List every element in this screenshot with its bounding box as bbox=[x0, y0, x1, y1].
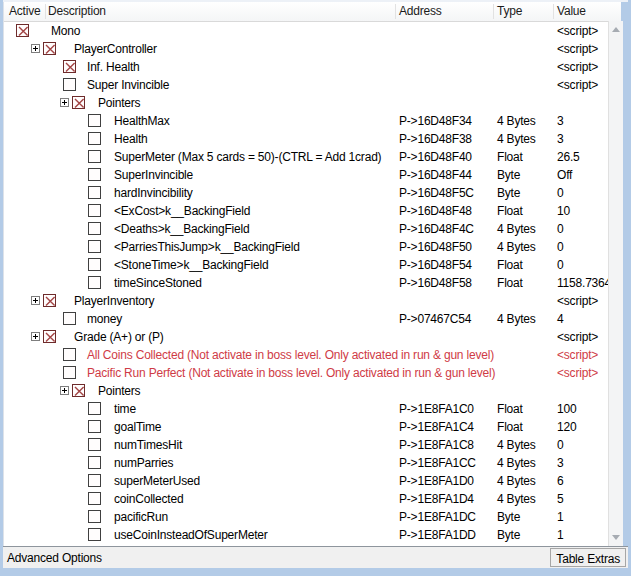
column-header-address[interactable]: Address bbox=[399, 4, 442, 18]
active-checkbox[interactable] bbox=[88, 492, 101, 505]
active-checkbox[interactable] bbox=[43, 330, 56, 343]
column-header-active[interactable]: Active bbox=[9, 4, 40, 18]
active-checkbox[interactable] bbox=[63, 348, 76, 361]
row-description: <StoneTime>k__BackingField bbox=[114, 258, 268, 272]
table-row[interactable]: hardInvincibilityP->16D48F5CByte0 bbox=[4, 184, 608, 202]
active-checkbox[interactable] bbox=[63, 312, 76, 325]
vertical-scrollbar[interactable] bbox=[608, 21, 623, 546]
table-row[interactable]: SuperMeter (Max 5 cards = 50)-(CTRL = Ad… bbox=[4, 148, 608, 166]
triangle-up-icon bbox=[612, 27, 620, 32]
active-checkbox[interactable] bbox=[88, 114, 101, 127]
active-checkbox[interactable] bbox=[88, 528, 101, 541]
table-row[interactable]: <ParriesThisJump>k__BackingFieldP->16D48… bbox=[4, 238, 608, 256]
cheat-table-list: Active Description Address Type Value Mo… bbox=[3, 2, 621, 546]
row-value: 1 bbox=[557, 528, 563, 542]
active-checkbox[interactable] bbox=[88, 474, 101, 487]
row-address: P->1E8FA1D4 bbox=[399, 492, 474, 506]
active-checkbox[interactable] bbox=[88, 438, 101, 451]
table-row[interactable]: Pointers bbox=[4, 382, 608, 400]
table-row[interactable]: coinCollectedP->1E8FA1D44 Bytes5 bbox=[4, 490, 608, 508]
row-type: 4 Bytes bbox=[497, 456, 536, 470]
x-mark-icon bbox=[44, 43, 57, 56]
table-row[interactable]: Super Invincible<script> bbox=[4, 76, 608, 94]
column-header-description[interactable]: Description bbox=[48, 4, 106, 18]
active-checkbox[interactable] bbox=[16, 24, 29, 37]
active-checkbox[interactable] bbox=[43, 294, 56, 307]
active-checkbox[interactable] bbox=[43, 42, 56, 55]
table-row[interactable]: numTimesHitP->1E8FA1C84 Bytes0 bbox=[4, 436, 608, 454]
row-description: <Deaths>k__BackingField bbox=[114, 222, 250, 236]
table-row[interactable]: useCoinInsteadOfSuperMeterP->1E8FA1DDByt… bbox=[4, 526, 608, 544]
scroll-down-button[interactable] bbox=[609, 530, 623, 546]
expand-icon[interactable] bbox=[60, 98, 69, 107]
active-checkbox[interactable] bbox=[88, 132, 101, 145]
active-checkbox[interactable] bbox=[88, 222, 101, 235]
active-checkbox[interactable] bbox=[72, 96, 85, 109]
active-checkbox[interactable] bbox=[88, 258, 101, 271]
row-type: 4 Bytes bbox=[497, 474, 536, 488]
advanced-options-button[interactable]: Advanced Options bbox=[7, 551, 102, 565]
active-checkbox[interactable] bbox=[88, 402, 101, 415]
row-value: Off bbox=[557, 168, 572, 182]
table-row[interactable]: timeP->1E8FA1C0Float100 bbox=[4, 400, 608, 418]
active-checkbox[interactable] bbox=[72, 384, 85, 397]
table-row[interactable]: <StoneTime>k__BackingFieldP->16D48F54Flo… bbox=[4, 256, 608, 274]
active-checkbox[interactable] bbox=[63, 366, 76, 379]
table-row[interactable]: PlayerController<script> bbox=[4, 40, 608, 58]
active-checkbox[interactable] bbox=[88, 510, 101, 523]
active-checkbox[interactable] bbox=[88, 150, 101, 163]
row-value: 120 bbox=[557, 420, 576, 434]
table-row[interactable]: PlayerInventory<script> bbox=[4, 292, 608, 310]
row-address: P->07467C54 bbox=[399, 312, 471, 326]
row-description: <ParriesThisJump>k__BackingField bbox=[114, 240, 300, 254]
table-row[interactable]: HealthP->16D48F384 Bytes3 bbox=[4, 130, 608, 148]
active-checkbox[interactable] bbox=[88, 240, 101, 253]
column-header-value[interactable]: Value bbox=[557, 4, 586, 18]
table-column-headers: Active Description Address Type Value bbox=[4, 2, 621, 22]
row-address: P->1E8FA1D0 bbox=[399, 474, 474, 488]
table-row[interactable]: goalTimeP->1E8FA1C4Float120 bbox=[4, 418, 608, 436]
active-checkbox[interactable] bbox=[63, 78, 76, 91]
active-checkbox[interactable] bbox=[88, 276, 101, 289]
active-checkbox[interactable] bbox=[88, 168, 101, 181]
row-type: 4 Bytes bbox=[497, 240, 536, 254]
table-row[interactable]: All Coins Collected (Not activate in bos… bbox=[4, 346, 608, 364]
table-row[interactable]: Grade (A+) or (P)<script> bbox=[4, 328, 608, 346]
table-row[interactable]: timeSinceStonedP->16D48F58Float1158.7364 bbox=[4, 274, 608, 292]
active-checkbox[interactable] bbox=[88, 420, 101, 433]
column-separator bbox=[45, 4, 46, 19]
row-description: money bbox=[87, 312, 122, 326]
table-row[interactable]: <Deaths>k__BackingFieldP->16D48F4C4 Byte… bbox=[4, 220, 608, 238]
table-extras-button[interactable]: Table Extras bbox=[550, 548, 626, 567]
table-row[interactable]: superMeterUsedP->1E8FA1D04 Bytes6 bbox=[4, 472, 608, 490]
active-checkbox[interactable] bbox=[88, 456, 101, 469]
row-value: <script> bbox=[557, 366, 598, 380]
expand-icon[interactable] bbox=[31, 332, 40, 341]
row-value: 26.5 bbox=[557, 150, 580, 164]
row-type: Byte bbox=[497, 510, 520, 524]
expand-icon[interactable] bbox=[31, 296, 40, 305]
column-header-type[interactable]: Type bbox=[497, 4, 522, 18]
active-checkbox[interactable] bbox=[88, 186, 101, 199]
row-description: hardInvincibility bbox=[114, 186, 193, 200]
scroll-up-button[interactable] bbox=[609, 21, 623, 37]
active-checkbox[interactable] bbox=[63, 60, 76, 73]
table-row[interactable]: Pacific Run Perfect (Not activate in bos… bbox=[4, 364, 608, 382]
table-rows: Mono<script>PlayerController<script>Inf.… bbox=[4, 21, 608, 546]
table-row[interactable]: Mono<script> bbox=[4, 22, 608, 40]
expand-icon[interactable] bbox=[60, 386, 69, 395]
active-checkbox[interactable] bbox=[88, 204, 101, 217]
expand-icon[interactable] bbox=[31, 44, 40, 53]
table-row[interactable]: <ExCost>k__BackingFieldP->16D48F48Float1… bbox=[4, 202, 608, 220]
row-address: P->16D48F48 bbox=[399, 204, 472, 218]
row-address: P->16D48F38 bbox=[399, 132, 472, 146]
table-row[interactable]: HealthMaxP->16D48F344 Bytes3 bbox=[4, 112, 608, 130]
table-row[interactable]: pacificRunP->1E8FA1DCByte1 bbox=[4, 508, 608, 526]
table-row[interactable]: moneyP->07467C544 Bytes4 bbox=[4, 310, 608, 328]
row-type: Float bbox=[497, 258, 523, 272]
table-row[interactable]: Inf. Health<script> bbox=[4, 58, 608, 76]
table-row[interactable]: numParriesP->1E8FA1CC4 Bytes3 bbox=[4, 454, 608, 472]
row-value: 10 bbox=[557, 204, 570, 218]
table-row[interactable]: Pointers bbox=[4, 94, 608, 112]
table-row[interactable]: SuperInvincibleP->16D48F44ByteOff bbox=[4, 166, 608, 184]
